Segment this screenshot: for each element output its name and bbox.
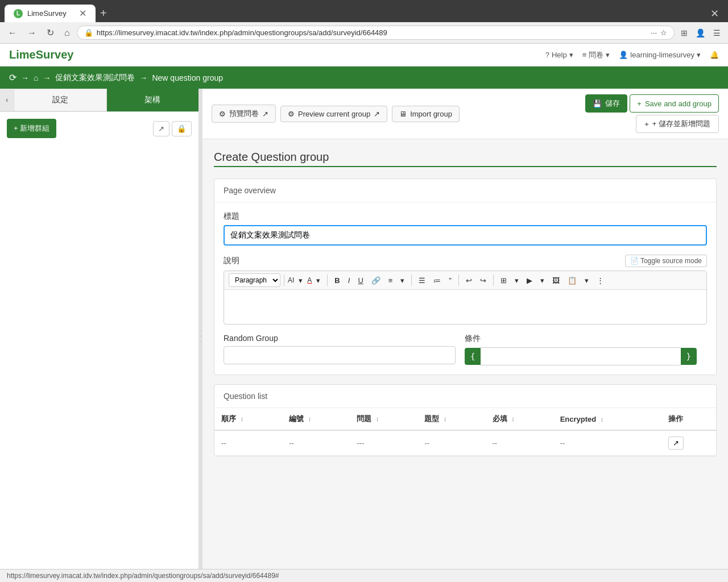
link-button[interactable]: 🔗 — [368, 275, 384, 286]
condition-input[interactable] — [481, 347, 680, 365]
col-question: 問題 ↕ — [350, 408, 417, 430]
cell-required: -- — [486, 430, 553, 456]
lock-button[interactable]: 🔒 — [172, 121, 192, 136]
unordered-list-button[interactable]: ☰ — [415, 275, 429, 286]
breadcrumb-separator-1: → — [21, 73, 29, 82]
toggle-source-button[interactable]: 📄 Toggle source mode — [625, 255, 707, 267]
notification-button[interactable]: 🔔 — [710, 51, 719, 59]
breadcrumb-home-link[interactable]: ⌂ — [34, 73, 38, 82]
bold-button[interactable]: B — [331, 275, 343, 286]
browser-close-button[interactable]: ✕ — [706, 5, 723, 22]
breadcrumb-separator-3: → — [139, 73, 147, 82]
redo-button[interactable]: ↪ — [477, 275, 490, 286]
title-input[interactable] — [224, 225, 707, 246]
browser-chrome: L LimeSurvey ✕ + ✕ — [0, 0, 728, 22]
align-button[interactable]: ≡ — [385, 275, 396, 286]
condition-input-group: { } — [465, 347, 697, 365]
preview-group-button[interactable]: ⚙ Preview current group ↗ — [280, 106, 387, 122]
help-button[interactable]: ? Help ▾ — [545, 51, 573, 59]
import-group-button[interactable]: 🖥 Import group — [392, 106, 460, 122]
extensions-button[interactable]: ⊞ — [678, 27, 690, 39]
tab-favicon: L — [14, 9, 23, 18]
description-editor-area[interactable] — [224, 290, 706, 324]
col-type-label: 題型 — [424, 414, 439, 423]
cell-question: --- — [350, 430, 417, 456]
status-bar: https://limesurvey.imacat.idv.tw/index.p… — [0, 569, 728, 582]
more-options-button[interactable]: ⋮ — [593, 275, 607, 286]
surveys-button[interactable]: ≡ 問卷 ▾ — [582, 50, 610, 60]
breadcrumb-survey-link[interactable]: 促銷文案效果測試問卷 — [55, 73, 135, 83]
main-layout: ‹ 設定 架構 + 新增群組 ↗ 🔒 · · · ⚙ — [0, 89, 728, 582]
row-action-button[interactable]: ↗ — [668, 436, 684, 450]
table-group: ⊞ ▾ — [497, 275, 522, 286]
template-dropdown[interactable]: ▾ — [581, 275, 592, 286]
menu-button[interactable]: ☰ — [710, 27, 723, 39]
save-add-group-button[interactable]: + Save and add group — [630, 94, 719, 113]
blockquote-button[interactable]: " — [445, 275, 455, 286]
font-color-dropdown[interactable]: ▾ — [313, 275, 324, 286]
paragraph-select[interactable]: Paragraph — [229, 273, 280, 287]
table-dropdown[interactable]: ▾ — [511, 275, 522, 286]
tab-structure[interactable]: 架構 — [107, 89, 198, 111]
preview-survey-label: 預覽問卷 — [229, 109, 259, 119]
preview-survey-icon: ⚙ — [219, 110, 226, 118]
underline-button[interactable]: U — [354, 275, 366, 286]
save-label: 儲存 — [605, 98, 620, 109]
random-group-input[interactable] — [224, 346, 456, 364]
breadcrumb-separator-2: → — [43, 73, 51, 82]
lock-icon: 🔒 — [177, 124, 187, 133]
undo-button[interactable]: ↩ — [462, 275, 475, 286]
italic-button[interactable]: I — [345, 275, 354, 286]
home-nav-icon[interactable]: ⟳ — [9, 72, 16, 83]
col-code-sort-icon[interactable]: ↕ — [308, 415, 312, 422]
refresh-button[interactable]: ↻ — [43, 26, 57, 39]
media-button[interactable]: ▶ — [523, 275, 536, 286]
help-dropdown-icon: ▾ — [569, 51, 573, 59]
forward-button[interactable]: → — [24, 27, 40, 39]
col-encrypted-sort-icon[interactable]: ↕ — [601, 416, 604, 423]
content-area: ⚙ 預覽問卷 ↗ ⚙ Preview current group ↗ 🖥 Imp… — [202, 89, 728, 582]
user-dropdown-icon: ▾ — [697, 51, 701, 59]
home-button[interactable]: ⌂ — [61, 27, 73, 39]
table-button[interactable]: ⊞ — [497, 275, 510, 286]
template-button[interactable]: 📋 — [564, 275, 580, 286]
sidebar-toggle-button[interactable]: ‹ — [0, 89, 14, 111]
col-order-sort-icon[interactable]: ↕ — [241, 415, 244, 422]
page-overview-header: Page overview — [214, 179, 716, 202]
header-right: ? Help ▾ ≡ 問卷 ▾ 👤 learning-limesurvey ▾ … — [545, 50, 719, 60]
row-action-icon: ↗ — [673, 439, 679, 447]
media-dropdown[interactable]: ▾ — [537, 275, 548, 286]
description-label: 說明 — [224, 256, 239, 266]
tab-settings[interactable]: 設定 — [14, 89, 106, 111]
back-button[interactable]: ← — [5, 27, 20, 39]
address-bar[interactable]: 🔒 https://limesurvey.imacat.idv.tw/index… — [77, 26, 675, 40]
align-dropdown[interactable]: ▾ — [397, 275, 408, 286]
user-button[interactable]: 👤 learning-limesurvey ▾ — [619, 51, 701, 59]
col-required-sort-icon[interactable]: ↕ — [511, 415, 515, 422]
app-logo: LimeSurvey — [9, 48, 73, 61]
col-encrypted: Encrypted ↕ — [553, 408, 661, 430]
surveys-label: 問卷 — [589, 50, 603, 60]
bookmark-icon[interactable]: ☆ — [660, 28, 667, 37]
page-overview-section: Page overview 標題 說明 📄 Toggle sourc — [214, 178, 717, 375]
preview-survey-button[interactable]: ⚙ 預覽問卷 ↗ — [212, 105, 276, 123]
tab-close-button[interactable]: ✕ — [79, 8, 86, 19]
import-group-icon: 🖥 — [399, 110, 407, 118]
save-dropdown-group: 💾 儲存 + Save and add group + + 儲存並新增問題 — [585, 94, 719, 133]
new-tab-button[interactable]: + — [96, 5, 111, 22]
title-label: 標題 — [224, 211, 707, 222]
active-tab: L LimeSurvey ✕ — [5, 5, 96, 22]
save-add-question-button[interactable]: + + 儲存並新增問題 — [636, 115, 719, 133]
title-group: 標題 — [224, 211, 707, 246]
pin-button[interactable]: ↗ — [153, 121, 169, 136]
font-size-dropdown[interactable]: ▾ — [295, 275, 306, 286]
image-button[interactable]: 🖼 — [549, 275, 563, 286]
condition-prefix: { — [465, 348, 481, 365]
form-divider — [214, 166, 717, 167]
ordered-list-button[interactable]: ≔ — [430, 275, 444, 286]
col-type-sort-icon[interactable]: ↕ — [444, 415, 447, 422]
col-question-sort-icon[interactable]: ↕ — [376, 415, 379, 422]
add-group-button[interactable]: + 新增群組 — [7, 119, 56, 138]
profile-button[interactable]: 👤 — [693, 27, 708, 39]
save-button[interactable]: 💾 儲存 — [585, 94, 627, 113]
